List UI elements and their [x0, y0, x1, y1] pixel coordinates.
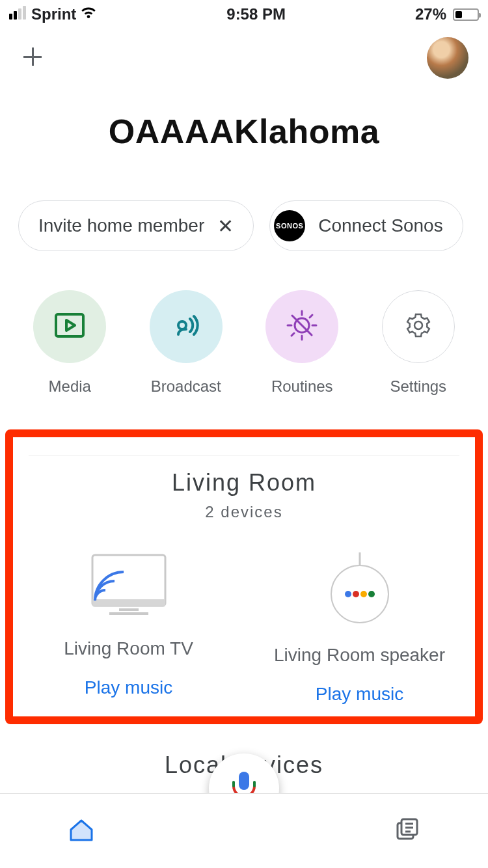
status-time: 9:58 PM	[226, 5, 286, 23]
svg-point-15	[331, 565, 388, 623]
chip-label: Connect Sonos	[318, 215, 442, 236]
add-button[interactable]	[20, 44, 46, 72]
broadcast-icon	[170, 311, 202, 342]
home-title: OAAAAKlahoma	[0, 112, 488, 151]
svg-line-9	[310, 315, 312, 318]
play-music-link[interactable]: Play music	[316, 684, 403, 705]
invite-home-member-chip[interactable]: Invite home member ✕	[18, 200, 254, 251]
action-label: Routines	[271, 377, 333, 396]
room-name: Living Room	[13, 469, 475, 496]
media-icon	[55, 313, 85, 340]
close-icon[interactable]: ✕	[217, 215, 234, 237]
routines-action[interactable]: Routines	[244, 290, 360, 396]
wifi-icon	[80, 5, 97, 23]
device-name: Living Room speaker	[274, 645, 445, 666]
action-label: Broadcast	[151, 377, 221, 396]
svg-rect-20	[239, 772, 249, 790]
battery-pct: 27%	[415, 5, 446, 23]
battery-icon	[453, 8, 479, 21]
gear-icon	[405, 312, 431, 341]
routines-icon	[285, 308, 319, 345]
svg-rect-0	[56, 314, 83, 336]
svg-point-17	[353, 591, 359, 597]
device-name: Living Room TV	[64, 638, 193, 659]
svg-rect-13	[109, 612, 148, 615]
svg-rect-12	[119, 608, 139, 611]
room-device-count: 2 devices	[13, 503, 475, 521]
device-living-room-tv[interactable]: Living Room TV Play music	[13, 550, 244, 705]
svg-point-19	[368, 591, 375, 597]
device-living-room-speaker[interactable]: Living Room speaker Play music	[244, 550, 475, 705]
activity-tab[interactable]	[392, 815, 421, 847]
sonos-logo-icon: SONOS	[274, 210, 305, 241]
svg-rect-11	[92, 599, 165, 606]
suggestion-chips: Invite home member ✕ SONOS Connect Sonos	[0, 200, 488, 251]
quick-actions-row: Media Broadcast Routines Settings	[0, 290, 488, 396]
play-music-link[interactable]: Play music	[85, 677, 172, 698]
status-bar: Sprint 9:58 PM 27%	[0, 0, 488, 29]
profile-avatar[interactable]	[427, 37, 468, 79]
living-room-card[interactable]: Living Room 2 devices Living Room TV Pla…	[5, 429, 483, 724]
action-label: Settings	[390, 377, 446, 396]
svg-line-8	[291, 333, 294, 336]
connect-sonos-chip[interactable]: SONOS Connect Sonos	[269, 200, 463, 251]
broadcast-action[interactable]: Broadcast	[128, 290, 245, 396]
svg-point-16	[345, 591, 351, 597]
media-action[interactable]: Media	[12, 290, 128, 396]
speaker-icon	[321, 550, 399, 631]
svg-point-18	[360, 591, 367, 597]
home-tab[interactable]	[67, 815, 96, 847]
cell-signal-icon	[9, 5, 27, 23]
chip-label: Invite home member	[38, 215, 204, 236]
bottom-nav	[0, 793, 488, 868]
top-bar	[0, 29, 488, 87]
tv-cast-icon	[83, 550, 174, 624]
action-label: Media	[49, 377, 91, 396]
settings-action[interactable]: Settings	[360, 290, 477, 396]
carrier-label: Sprint	[31, 5, 76, 23]
